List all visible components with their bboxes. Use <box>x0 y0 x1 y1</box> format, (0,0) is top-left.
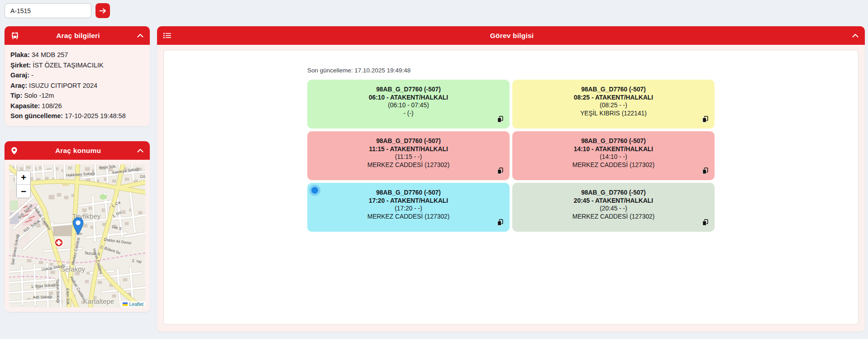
zoom-in-button[interactable]: + <box>17 171 30 185</box>
field-value: Solo -12m <box>24 92 54 99</box>
field-value: - <box>31 72 33 79</box>
task-card[interactable]: 98AB_G_D7760 (-507) 20:45 - ATAKENT/HALK… <box>512 183 715 232</box>
location-pin-icon <box>11 147 20 155</box>
task-time-range: (20:45 - -) <box>519 205 708 213</box>
field-label: Garaj: <box>10 72 29 79</box>
task-stop-name: MERKEZ CADDESİ (127302) <box>519 161 708 169</box>
task-card[interactable]: 98AB_G_D7760 (-507) 14:10 - ATAKENT/HALK… <box>512 131 715 180</box>
task-card[interactable]: 98AB_G_D7760 (-507) 11:15 - ATAKENT/HALK… <box>307 131 510 180</box>
task-time-route: 14:10 - ATAKENT/HALKALI <box>519 145 708 153</box>
task-info-body: Son güncelleme: 17.10.2025 19:49:48 98AB… <box>157 45 865 332</box>
tasks-container: Son güncelleme: 17.10.2025 19:49:48 98AB… <box>163 50 858 325</box>
task-time-range: (17:20 - -) <box>314 205 503 213</box>
task-route-code: 98AB_G_D7760 (-507) <box>314 189 503 197</box>
copy-icon[interactable] <box>702 219 708 226</box>
field-label: Araç: <box>10 82 27 89</box>
field-label: Şirket: <box>10 62 31 69</box>
task-stop-name: MERKEZ CADDESİ (127302) <box>314 213 503 221</box>
leaflet-link[interactable]: Leaflet <box>129 301 143 307</box>
task-cards: 98AB_G_D7760 (-507) 06:10 - ATAKENT/HALK… <box>307 80 715 232</box>
task-info-title: Görev bilgisi <box>172 32 851 40</box>
field-value: 34 MDB 257 <box>32 51 68 58</box>
vehicle-info-field: Şirket: İST ÖZEL TAŞIMACILIK <box>10 60 144 71</box>
vehicle-info-body: Plaka: 34 MDB 257 Şirket: İST ÖZEL TAŞIM… <box>5 45 150 126</box>
task-time-range: (08:25 - -) <box>519 101 708 110</box>
task-time-range: (11:15 - -) <box>314 153 503 161</box>
vehicle-location-title: Araç konumu <box>20 147 136 155</box>
search-submit-button[interactable] <box>95 3 110 18</box>
zoom-out-button[interactable]: − <box>17 185 30 198</box>
field-label: Kapasite: <box>10 102 40 110</box>
task-time-route: 11:15 - ATAKENT/HALKALI <box>314 145 503 153</box>
task-card[interactable]: 98AB_G_D7760 (-507) 06:10 - ATAKENT/HALK… <box>307 80 510 129</box>
vehicle-info-field: Araç: ISUZU CITIPORT 2024 <box>10 81 144 91</box>
arrow-right-icon <box>99 8 106 14</box>
field-label: Son güncelleme: <box>10 112 63 119</box>
copy-icon[interactable] <box>702 167 708 174</box>
copy-icon[interactable] <box>497 219 503 226</box>
chevron-up-icon[interactable] <box>136 148 143 153</box>
task-time-range: (06:10 - 07:45) <box>314 101 503 110</box>
vehicle-info-field: Plaka: 34 MDB 257 <box>10 50 144 60</box>
vehicle-location-panel: Araç konumu <box>5 141 150 312</box>
copy-icon[interactable] <box>497 167 503 174</box>
vehicle-info-field: Garaj: - <box>10 70 144 81</box>
tasks-last-update: Son güncelleme: 17.10.2025 19:49:48 <box>307 67 715 74</box>
task-info-panel: Görev bilgisi Son güncelleme: 17.10.2025… <box>157 26 865 332</box>
active-indicator-dot <box>311 187 318 194</box>
task-route-code: 98AB_G_D7760 (-507) <box>519 189 708 197</box>
field-value: 17-10-2025 19:48:58 <box>65 112 126 119</box>
chevron-up-icon[interactable] <box>851 33 858 38</box>
task-route-code: 98AB_G_D7760 (-507) <box>314 137 503 145</box>
task-stop-name: YEŞİL KIBRIS (122141) <box>519 110 708 118</box>
copy-icon[interactable] <box>702 116 708 123</box>
task-card[interactable]: 98AB_G_D7760 (-507) 08:25 - ATAKENT/HALK… <box>512 80 715 129</box>
vehicle-info-field: Son güncelleme: 17-10-2025 19:48:58 <box>10 111 144 121</box>
task-stop-name: MERKEZ CADDESİ (127302) <box>519 213 708 221</box>
field-label: Plaka: <box>10 51 30 58</box>
task-time-route: 06:10 - ATAKENT/HALKALI <box>314 94 503 102</box>
field-value: 108/26 <box>42 102 62 110</box>
vehicle-info-panel: Araç bilgileri Plaka: 34 MDB 257 Şirket:… <box>5 26 150 126</box>
vehicle-map-marker[interactable] <box>72 217 84 235</box>
chevron-up-icon[interactable] <box>136 33 143 38</box>
field-label: Tip: <box>10 92 22 99</box>
map-attribution[interactable]: Leaflet <box>121 301 145 307</box>
task-time-route: 17:20 - ATAKENT/HALKALI <box>314 197 503 205</box>
vehicle-info-title: Araç bilgileri <box>20 32 136 40</box>
vehicle-location-header[interactable]: Araç konumu <box>5 141 150 160</box>
leaflet-map[interactable]: Reşit Sök.Kanarya SokağıHakkıbey SokağıG… <box>9 164 145 307</box>
copy-icon[interactable] <box>497 116 503 123</box>
task-route-code: 98AB_G_D7760 (-507) <box>519 137 708 145</box>
search-input[interactable] <box>5 3 91 18</box>
task-route-code: 98AB_G_D7760 (-507) <box>519 86 708 94</box>
task-card[interactable]: 98AB_G_D7760 (-507) 17:20 - ATAKENT/HALK… <box>307 183 510 232</box>
ukraine-flag-icon <box>123 302 128 306</box>
task-stop-name: - (-) <box>314 110 503 118</box>
field-value: İST ÖZEL TAŞIMACILIK <box>33 62 104 69</box>
task-stop-name: MERKEZ CADDESİ (127302) <box>314 161 503 169</box>
task-time-route: 20:45 - ATAKENT/HALKALI <box>519 197 708 205</box>
task-time-range: (14:10 - -) <box>519 153 708 161</box>
map-zoom-control: + − <box>16 171 31 198</box>
vehicle-info-header[interactable]: Araç bilgileri <box>5 26 150 45</box>
task-route-code: 98AB_G_D7760 (-507) <box>314 86 503 94</box>
vehicle-location-body: Reşit Sök.Kanarya SokağıHakkıbey SokağıG… <box>5 160 150 312</box>
task-time-route: 08:25 - ATAKENT/HALKALI <box>519 94 708 102</box>
bus-icon <box>11 32 20 40</box>
hospital-icon <box>55 239 63 247</box>
task-info-header[interactable]: Görev bilgisi <box>157 26 865 45</box>
field-value: ISUZU CITIPORT 2024 <box>29 82 97 89</box>
vehicle-info-field: Tip: Solo -12m <box>10 91 144 101</box>
list-icon[interactable] <box>163 32 172 39</box>
vehicle-info-field: Kapasite: 108/26 <box>10 101 144 111</box>
